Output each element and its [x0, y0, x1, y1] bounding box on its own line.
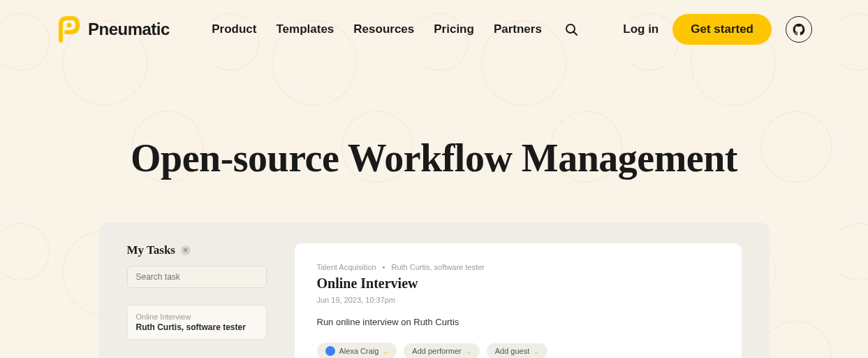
logo-mark-icon	[56, 15, 81, 43]
login-link[interactable]: Log in	[623, 22, 659, 36]
task-card-title: Online Interview	[136, 313, 258, 321]
header-actions: Log in Get started	[623, 14, 812, 45]
breadcrumb-separator-icon: •	[383, 263, 385, 271]
get-started-button[interactable]: Get started	[672, 14, 772, 45]
close-icon[interactable]: ✕	[181, 245, 191, 255]
tasks-title-text: My Tasks	[127, 243, 175, 257]
breadcrumb: Talent Acquisition • Ruth Curtis, softwa…	[317, 263, 719, 271]
task-card-subtitle: Ruth Curtis, software tester	[136, 322, 258, 332]
performer-name: Alexa Craig	[339, 347, 379, 355]
task-card[interactable]: Online Interview Ruth Curtis, software t…	[127, 305, 267, 340]
logo-text: Pneumatic	[88, 20, 170, 39]
site-header: Pneumatic Product Templates Resources Pr…	[0, 0, 868, 59]
hero-title: Open-source Workflow Management	[14, 136, 854, 180]
detail-title: Online Interview	[317, 275, 719, 292]
tasks-panel-title: My Tasks ✕	[127, 243, 267, 257]
svg-point-1	[566, 24, 575, 33]
hero-section: Open-source Workflow Management	[0, 59, 868, 208]
github-button[interactable]	[786, 16, 812, 43]
breadcrumb-person[interactable]: Ruth Curtis, software tester	[391, 263, 484, 271]
chevron-down-icon: ⌄	[383, 348, 388, 355]
search-button[interactable]	[561, 20, 581, 39]
nav-pricing[interactable]: Pricing	[434, 22, 474, 36]
detail-date: Jun 19, 2023, 10:37pm	[317, 296, 719, 304]
nav-product[interactable]: Product	[212, 22, 256, 36]
nav-resources[interactable]: Resources	[353, 22, 414, 36]
detail-description: Run online interview on Ruth Curtis	[317, 317, 719, 327]
chevron-down-icon: ⌄	[466, 348, 471, 355]
add-performer-label: Add performer	[412, 347, 461, 355]
task-detail-panel: Talent Acquisition • Ruth Curtis, softwa…	[295, 243, 742, 358]
task-search-input[interactable]	[127, 266, 267, 288]
chevron-down-icon: ⌄	[534, 348, 539, 355]
logo[interactable]: Pneumatic	[56, 15, 170, 43]
svg-point-0	[67, 23, 72, 28]
performer-chips: Alexa Craig ⌄ Add performer ⌄ Add guest …	[317, 343, 719, 358]
performer-chip[interactable]: Alexa Craig ⌄	[317, 343, 397, 358]
add-guest-chip[interactable]: Add guest ⌄	[487, 343, 548, 358]
avatar-icon	[325, 346, 335, 356]
github-icon	[792, 22, 806, 36]
nav-templates[interactable]: Templates	[277, 22, 334, 36]
nav-partners[interactable]: Partners	[494, 22, 542, 36]
svg-line-2	[574, 32, 577, 35]
tasks-panel: My Tasks ✕ Online Interview Ruth Curtis,…	[127, 243, 267, 358]
search-icon	[564, 22, 578, 36]
breadcrumb-category[interactable]: Talent Acquisition	[317, 263, 376, 271]
app-preview: My Tasks ✕ Online Interview Ruth Curtis,…	[99, 222, 770, 358]
add-performer-chip[interactable]: Add performer ⌄	[404, 343, 479, 358]
main-nav: Product Templates Resources Pricing Part…	[212, 20, 581, 39]
add-guest-label: Add guest	[495, 347, 530, 355]
